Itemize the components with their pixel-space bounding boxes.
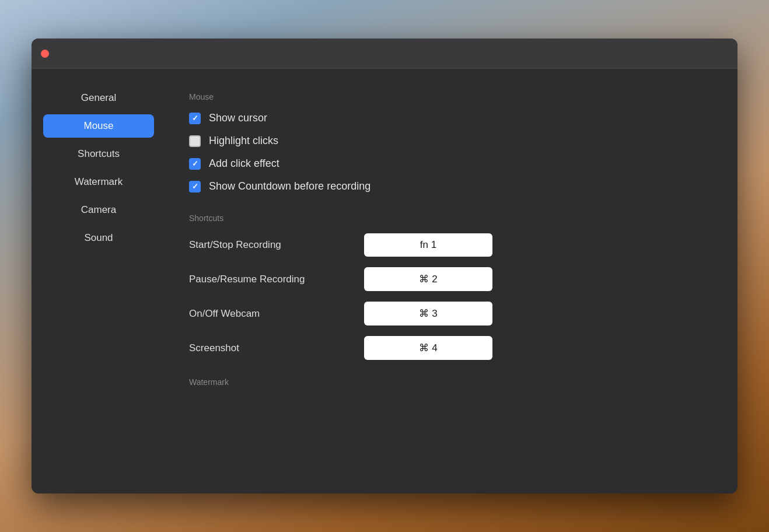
shortcut-row-start-stop: Start/Stop Recordingfn 1 (189, 233, 714, 257)
checkbox-label-show-countdown: Show Countdown before recording (209, 180, 370, 192)
watermark-section-label: Watermark (189, 377, 714, 387)
shortcut-row-webcam: On/Off Webcam⌘ 3 (189, 302, 714, 326)
sidebar-item-watermark[interactable]: Watermark (43, 170, 154, 194)
checkbox-label-show-cursor: Show cursor (209, 112, 267, 124)
checkbox-add-click-effect[interactable] (189, 158, 201, 170)
checkbox-show-cursor[interactable] (189, 113, 201, 124)
shortcut-name-start-stop: Start/Stop Recording (189, 239, 364, 251)
sidebar-item-mouse[interactable]: Mouse (43, 114, 154, 138)
sidebar-item-general[interactable]: General (43, 86, 154, 110)
mouse-section-label: Mouse (189, 92, 714, 102)
close-button[interactable] (41, 50, 49, 58)
checkbox-label-highlight-clicks: Highlight clicks (209, 135, 278, 147)
checkbox-highlight-clicks[interactable] (189, 135, 201, 147)
sidebar: GeneralMouseShortcutsWatermarkCameraSoun… (32, 69, 166, 494)
settings-window: GeneralMouseShortcutsWatermarkCameraSoun… (32, 38, 737, 494)
shortcuts-section-label: Shortcuts (189, 214, 714, 223)
shortcut-row-screenshot: Screenshot⌘ 4 (189, 336, 714, 360)
checkbox-show-countdown[interactable] (189, 181, 201, 192)
sidebar-item-sound[interactable]: Sound (43, 226, 154, 250)
content-area: GeneralMouseShortcutsWatermarkCameraSoun… (32, 69, 737, 494)
sidebar-item-shortcuts[interactable]: Shortcuts (43, 142, 154, 166)
checkbox-group: Show cursorHighlight clicksAdd click eff… (189, 112, 714, 192)
checkbox-row-show-cursor[interactable]: Show cursor (189, 112, 714, 124)
shortcut-key-screenshot[interactable]: ⌘ 4 (364, 336, 492, 360)
shortcut-name-pause-resume: Pause/Resume Recording (189, 274, 364, 285)
checkbox-row-highlight-clicks[interactable]: Highlight clicks (189, 135, 714, 147)
main-content: MouseShow cursorHighlight clicksAdd clic… (166, 69, 737, 494)
titlebar (32, 38, 737, 69)
shortcut-key-webcam[interactable]: ⌘ 3 (364, 302, 492, 326)
checkbox-row-add-click-effect[interactable]: Add click effect (189, 158, 714, 170)
shortcuts-section: Start/Stop Recordingfn 1Pause/Resume Rec… (189, 233, 714, 360)
shortcut-key-pause-resume[interactable]: ⌘ 2 (364, 267, 492, 291)
shortcut-name-screenshot: Screenshot (189, 342, 364, 354)
checkbox-label-add-click-effect: Add click effect (209, 158, 279, 170)
shortcut-name-webcam: On/Off Webcam (189, 308, 364, 320)
shortcut-key-start-stop[interactable]: fn 1 (364, 233, 492, 257)
sidebar-item-camera[interactable]: Camera (43, 198, 154, 222)
checkbox-row-show-countdown[interactable]: Show Countdown before recording (189, 180, 714, 192)
shortcut-row-pause-resume: Pause/Resume Recording⌘ 2 (189, 267, 714, 291)
